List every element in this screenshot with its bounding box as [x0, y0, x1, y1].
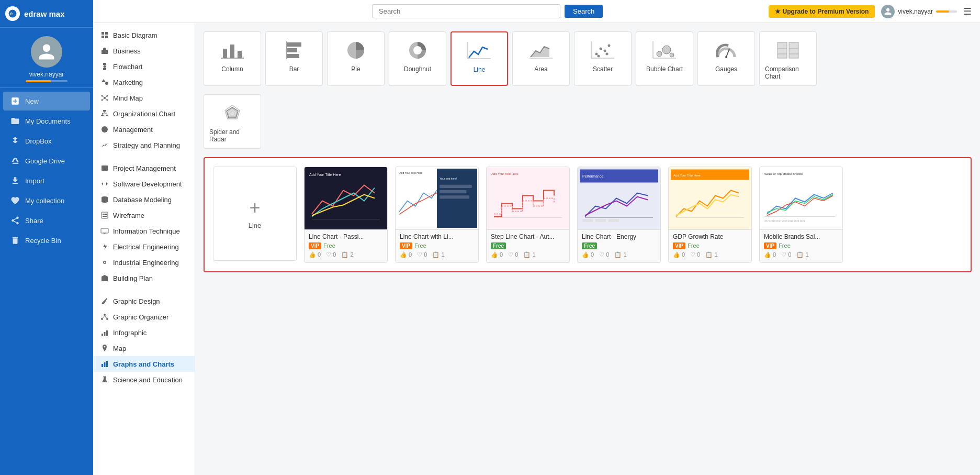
sidebar-item-import[interactable]: Import: [3, 171, 90, 190]
svg-rect-3: [105, 32, 108, 35]
chart-type-comparison[interactable]: Comparison Chart: [759, 31, 817, 86]
template-line-energy[interactable]: Performance Line Chart - Energy: [577, 167, 661, 263]
cat-business[interactable]: Business: [93, 43, 195, 59]
sidebar-item-recycle-bin[interactable]: Recycle Bin: [3, 231, 90, 250]
search-input[interactable]: [372, 4, 560, 18]
svg-line-48: [103, 316, 105, 318]
templates-area: Column Bar: [195, 23, 980, 475]
template-stats-step: 👍 0 ♡ 0 📋 1: [491, 251, 565, 258]
sidebar-nav: New My Documents DropBox Google Drive Im…: [0, 88, 93, 253]
svg-text:Add Your Title Here: Add Your Title Here: [491, 172, 519, 175]
template-line-chart-passive[interactable]: Add Your Title Here Line Chart - Passi..…: [304, 167, 388, 263]
template-thumbnail-step: Add Your Title Here: [487, 167, 569, 230]
cat-electrical[interactable]: Electrical Engineering: [93, 239, 195, 255]
cat-software-dev[interactable]: Software Development: [93, 176, 195, 192]
chart-type-doughnut[interactable]: Doughnut: [389, 31, 446, 86]
chart-type-gauges[interactable]: Gauges: [697, 31, 755, 86]
template-thumbnail-mobile: Sales of Top Mobile Brands 2015 2016 201…: [760, 167, 842, 230]
cat-marketing[interactable]: Marketing: [93, 74, 195, 90]
sidebar-item-dropbox[interactable]: DropBox: [3, 131, 90, 150]
hearts-li: ♡ 0: [417, 251, 427, 258]
chart-type-pie[interactable]: Pie: [327, 31, 385, 86]
template-stats-passive: 👍 0 ♡ 0 📋 2: [309, 251, 383, 258]
sidebar-item-my-collection[interactable]: My collection: [3, 191, 90, 210]
chart-type-scatter[interactable]: Scatter: [574, 31, 632, 86]
chart-type-pie-label: Pie: [351, 65, 360, 73]
template-badges-li: VIP Free: [400, 242, 474, 249]
cat-flowchart[interactable]: Flowchart: [93, 59, 195, 74]
top-header: Search ★ Upgrade to Premium Version vive…: [93, 0, 980, 23]
cat-info-tech[interactable]: Information Technique: [93, 223, 195, 239]
cat-infographic[interactable]: Infographic: [93, 325, 195, 340]
cat-graphs-charts[interactable]: Graphs and Charts: [93, 356, 195, 372]
template-mobile-brands[interactable]: Sales of Top Mobile Brands 2015 2016 201…: [759, 167, 843, 263]
template-info-gdp: GDP Growth Rate VIP Free 👍 0 ♡ 0 📋 1: [669, 230, 751, 262]
template-stats-mobile: 👍 0 ♡ 0 📋 1: [764, 251, 838, 258]
svg-rect-105: [440, 195, 469, 198]
cat-strategy[interactable]: Strategy and Planning: [93, 137, 195, 153]
cat-industrial[interactable]: Industrial Engineering: [93, 255, 195, 270]
chart-types-row: Column Bar: [204, 31, 972, 86]
copies-li: 📋 1: [432, 251, 444, 258]
template-line-chart-li[interactable]: Add Your Title Here Your text here! Line…: [395, 167, 479, 263]
cat-basic-diagram[interactable]: Basic Diagram: [93, 27, 195, 43]
chart-type-area[interactable]: Area: [512, 31, 570, 86]
chart-type-line[interactable]: Line: [450, 31, 508, 86]
sidebar-item-dropbox-label: DropBox: [25, 137, 52, 145]
svg-line-19: [106, 96, 107, 97]
chart-type-spider[interactable]: Spider and Radar: [204, 94, 261, 149]
cat-wireframe[interactable]: Wireframe: [93, 207, 195, 223]
sidebar-item-share[interactable]: Share: [3, 211, 90, 230]
chart-type-bar[interactable]: Bar: [265, 31, 323, 86]
template-step-line[interactable]: Add Your Title Here Step Line Chart - Au…: [486, 167, 570, 263]
sidebar-item-new[interactable]: New: [3, 92, 90, 111]
template-info-step: Step Line Chart - Aut... Free 👍 0 ♡ 0 📋 …: [487, 230, 569, 262]
svg-rect-57: [223, 49, 227, 58]
svg-point-79: [657, 51, 662, 57]
copies-passive: 📋 2: [341, 251, 353, 258]
template-gdp-growth[interactable]: Add Your Title Here GDP Growth Rate VIP …: [668, 167, 752, 263]
cat-building[interactable]: Building Plan: [93, 270, 195, 286]
cat-management[interactable]: Management: [93, 121, 195, 137]
hearts-gdp: ♡ 0: [690, 251, 700, 258]
cat-database[interactable]: Database Modeling: [93, 192, 195, 207]
copies-mobile: 📋 1: [796, 251, 808, 258]
svg-rect-62: [287, 48, 297, 52]
badge-vip-passive: VIP: [309, 242, 321, 249]
badge-free-mobile: Free: [779, 242, 791, 249]
template-new-blank[interactable]: + Line: [213, 167, 297, 261]
chart-type-column[interactable]: Column: [204, 31, 261, 86]
chart-type-bubble[interactable]: Bubble Chart: [636, 31, 693, 86]
svg-rect-23: [101, 115, 104, 116]
cat-graphic-design[interactable]: Graphic Design: [93, 293, 195, 309]
cat-science[interactable]: Science and Education: [93, 372, 195, 388]
username-progress: [26, 80, 67, 82]
chart-type-column-label: Column: [221, 65, 243, 73]
svg-point-74: [608, 45, 611, 47]
cat-graphic-organizer[interactable]: Graphic Organizer: [93, 309, 195, 325]
chart-type-gauges-label: Gauges: [715, 65, 737, 73]
svg-rect-7: [103, 63, 106, 65]
svg-text:2015 2016 2017 2018 2019 2020 : 2015 2016 2017 2018 2019 2020 2021: [764, 220, 805, 223]
template-thumbnail-li: Add Your Title Here Your text here!: [396, 167, 478, 230]
svg-text:Performance: Performance: [582, 174, 603, 178]
likes-mobile: 👍 0: [764, 251, 776, 258]
sidebar-item-my-documents[interactable]: My Documents: [3, 112, 90, 130]
cat-map[interactable]: Map: [93, 340, 195, 356]
upgrade-button[interactable]: ★ Upgrade to Premium Version: [769, 5, 875, 18]
svg-point-75: [598, 55, 600, 58]
search-button[interactable]: Search: [565, 5, 603, 18]
svg-rect-53: [102, 364, 103, 367]
header-right: ★ Upgrade to Premium Version vivek.nayya…: [769, 5, 972, 18]
cat-org-chart[interactable]: Organizational Chart: [93, 106, 195, 121]
sidebar-header: e edraw max: [0, 0, 93, 28]
cat-project-management[interactable]: Project Management: [93, 160, 195, 176]
cat-mind-map[interactable]: Mind Map: [93, 90, 195, 106]
menu-icon[interactable]: ☰: [963, 6, 972, 17]
svg-marker-95: [227, 107, 238, 118]
svg-rect-43: [104, 279, 106, 281]
template-badges-mobile: VIP Free: [764, 242, 838, 249]
svg-line-20: [103, 99, 104, 100]
svg-text:Your text here!: Your text here!: [440, 177, 457, 180]
sidebar-item-google-drive[interactable]: Google Drive: [3, 151, 90, 170]
